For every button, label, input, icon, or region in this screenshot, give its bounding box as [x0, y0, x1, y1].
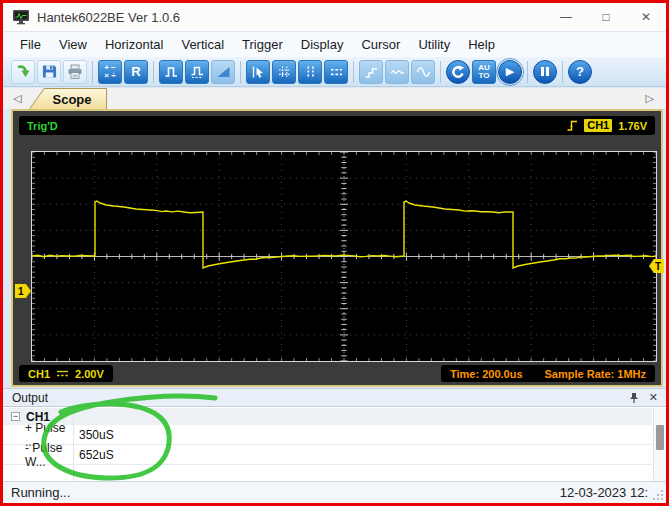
- save-button[interactable]: [37, 60, 61, 84]
- download-button[interactable]: [11, 60, 35, 84]
- tab-scroll-right-icon[interactable]: ▷: [646, 92, 654, 105]
- title-bar: Hantek6022BE Ver 1.0.6 — □ ✕: [3, 3, 666, 31]
- horizontal-cursors-icon: [329, 65, 344, 79]
- sine-wave-button[interactable]: [411, 60, 435, 84]
- output-panel-title: Output: [12, 391, 48, 405]
- scope-top-readout: Trig'D CH1 1.76V: [19, 116, 655, 135]
- rising-edge-trigger-icon: [567, 119, 578, 132]
- resize-grip[interactable]: [652, 489, 664, 501]
- tab-scroll-left-icon[interactable]: ◁: [13, 92, 21, 105]
- status-datetime: 12-03-2023 12:: [560, 485, 648, 500]
- math-operations-button[interactable]: + − × ÷: [98, 60, 122, 84]
- minimize-button[interactable]: —: [546, 3, 586, 31]
- refresh-button[interactable]: [446, 60, 470, 84]
- scrollbar-thumb[interactable]: [656, 425, 664, 450]
- measurement-label: - Pulse W...: [25, 441, 71, 469]
- square-wave-persist-icon: [190, 65, 205, 79]
- grid-display-button[interactable]: [272, 60, 296, 84]
- output-close-icon[interactable]: ✕: [649, 392, 658, 403]
- step-wave-button[interactable]: [359, 60, 383, 84]
- ramp-button[interactable]: [211, 60, 235, 84]
- collapse-expander-icon[interactable]: −: [11, 412, 20, 421]
- sine-wave-icon: [416, 65, 431, 79]
- toolbar: + − × ÷ R: [3, 57, 666, 87]
- print-button[interactable]: [63, 60, 87, 84]
- vertical-cursors-button[interactable]: [298, 60, 322, 84]
- toolbar-separator: [527, 61, 528, 83]
- trigger-level-value: 1.76V: [618, 120, 647, 132]
- square-wave-button[interactable]: [159, 60, 183, 84]
- measurement-value: 652uS: [79, 448, 114, 462]
- menu-item-view[interactable]: View: [50, 34, 96, 55]
- start-button[interactable]: ▶: [498, 60, 522, 84]
- horizontal-cursors-button[interactable]: [324, 60, 348, 84]
- square-wave-persist-button[interactable]: [185, 60, 209, 84]
- toolbar-separator: [240, 61, 241, 83]
- scope-display: [31, 151, 657, 362]
- noise-wave-button[interactable]: [385, 60, 409, 84]
- window-controls: — □ ✕: [546, 3, 666, 31]
- tab-scope-label: Scope: [52, 92, 91, 107]
- output-scrollbar[interactable]: [653, 408, 666, 482]
- auto-setup-button[interactable]: AU TO: [472, 60, 496, 84]
- reference-wave-button[interactable]: R: [124, 60, 148, 84]
- app-icon: [12, 9, 30, 25]
- tree-group-ch1[interactable]: − CH1: [3, 408, 652, 425]
- print-icon: [67, 64, 83, 80]
- refresh-icon: [451, 65, 465, 79]
- menu-item-help[interactable]: Help: [459, 34, 504, 55]
- timebase-readout: Time: 200.0us Sample Rate: 1MHz: [441, 365, 655, 382]
- dc-coupling-icon: [56, 369, 69, 378]
- trigger-status: Trig'D: [27, 120, 58, 132]
- cursor-measure-button[interactable]: [246, 60, 270, 84]
- save-icon: [42, 64, 57, 79]
- download-icon: [15, 64, 31, 80]
- help-icon: ?: [576, 65, 584, 78]
- column-divider: [73, 408, 74, 481]
- toolbar-separator: [153, 61, 154, 83]
- maximize-button[interactable]: □: [586, 3, 626, 31]
- square-wave-icon: [164, 65, 179, 79]
- pause-icon: [541, 67, 549, 76]
- pause-button[interactable]: [533, 60, 557, 84]
- pin-icon[interactable]: [629, 392, 639, 404]
- menu-item-file[interactable]: File: [11, 34, 50, 55]
- play-icon: ▶: [506, 66, 514, 77]
- menu-item-utility[interactable]: Utility: [409, 34, 459, 55]
- help-button[interactable]: ?: [568, 60, 592, 84]
- tab-scope[interactable]: Scope: [29, 88, 107, 109]
- channel1-position-marker[interactable]: 1: [15, 284, 31, 298]
- window-title: Hantek6022BE Ver 1.0.6: [37, 10, 180, 25]
- grid-icon: [277, 65, 292, 79]
- output-panel-header: Output ✕: [3, 389, 666, 407]
- close-button[interactable]: ✕: [626, 3, 666, 31]
- sample-rate: Sample Rate: 1MHz: [545, 368, 646, 380]
- status-text: Running...: [11, 485, 70, 500]
- menu-item-vertical[interactable]: Vertical: [172, 34, 233, 55]
- toolbar-separator: [562, 61, 563, 83]
- toolbar-separator: [440, 61, 441, 83]
- volts-per-div: 2.00V: [75, 368, 104, 380]
- measurement-value: 350uS: [79, 428, 114, 442]
- reference-icon: R: [131, 65, 140, 78]
- trigger-channel-badge: CH1: [584, 119, 612, 132]
- channel-readout: CH1 2.00V: [19, 365, 113, 382]
- scope-grid-svg: [32, 152, 656, 361]
- menu-item-trigger[interactable]: Trigger: [233, 34, 292, 55]
- vertical-cursors-icon: [303, 65, 318, 79]
- tab-bar: ◁ Scope ▷: [3, 88, 666, 109]
- channel-label: CH1: [28, 368, 50, 380]
- output-panel: Output ✕ − CH1 + Pulse ... 350uS - Pulse…: [3, 388, 666, 481]
- status-bar: Running... 12-03-2023 12:: [3, 481, 666, 503]
- scope-panel: Trig'D CH1 1.76V 1 T CH1 2.00V T: [11, 109, 663, 387]
- time-per-div: Time: 200.0us: [450, 368, 523, 380]
- toolbar-separator: [92, 61, 93, 83]
- menu-item-display[interactable]: Display: [292, 34, 353, 55]
- measurement-row-positive-pulse[interactable]: + Pulse ... 350uS: [3, 425, 652, 445]
- menu-bar: File View Horizontal Vertical Trigger Di…: [3, 32, 666, 57]
- toolbar-separator: [353, 61, 354, 83]
- app-window: Hantek6022BE Ver 1.0.6 — □ ✕ File View H…: [0, 0, 669, 506]
- menu-item-cursor[interactable]: Cursor: [352, 34, 409, 55]
- menu-item-horizontal[interactable]: Horizontal: [96, 34, 173, 55]
- measurement-row-negative-pulse[interactable]: - Pulse W... 652uS: [3, 445, 652, 465]
